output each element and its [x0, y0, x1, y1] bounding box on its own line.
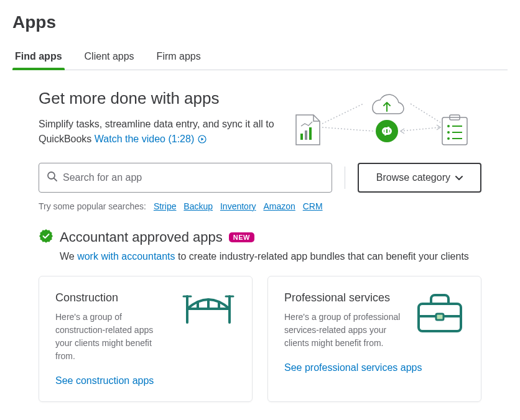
approved-sub-prefix: We [60, 251, 77, 262]
cards-row: Construction Here's a group of construct… [39, 276, 481, 402]
popular-link-backup[interactable]: Backup [183, 201, 213, 211]
approved-section: Accountant approved apps NEW We work wit… [39, 229, 481, 262]
search-box[interactable] [39, 163, 332, 193]
svg-line-14 [401, 127, 439, 131]
tab-firm-apps[interactable]: Firm apps [154, 47, 203, 70]
caret-down-icon [455, 172, 463, 183]
popular-link-amazon[interactable]: Amazon [263, 201, 295, 211]
card-title: Construction [55, 291, 172, 304]
tabs: Find apps Client apps Firm apps [12, 47, 508, 70]
popular-link-stripe[interactable]: Stripe [154, 201, 177, 211]
popular-searches-label: Try some popular searches: [39, 201, 146, 211]
page-title: Apps [12, 12, 508, 32]
svg-line-15 [322, 104, 363, 124]
hero: Get more done with apps Simplify tasks, … [39, 89, 481, 148]
hero-title: Get more done with apps [39, 89, 276, 108]
svg-rect-3 [309, 127, 312, 140]
checkmark-seal-icon [39, 229, 53, 246]
card-desc: Here's a group of construction-related a… [55, 311, 172, 363]
tab-find-apps[interactable]: Find apps [12, 47, 65, 70]
popular-link-crm[interactable]: CRM [303, 201, 323, 211]
svg-point-6 [447, 125, 450, 127]
browse-category-label: Browse category [376, 172, 450, 183]
svg-line-16 [411, 104, 440, 122]
briefcase-icon [415, 291, 465, 337]
popular-link-inventory[interactable]: Inventory [220, 201, 256, 211]
play-icon [198, 135, 207, 144]
approved-subtitle: We work with accountants to create indus… [60, 251, 481, 262]
divider [345, 167, 345, 189]
browse-category-button[interactable]: Browse category [358, 163, 481, 193]
svg-rect-1 [300, 134, 303, 140]
card-desc: Here's a group of professional services-… [284, 311, 406, 350]
hero-subtitle: Simplify tasks, streamline data entry, a… [39, 117, 276, 147]
svg-point-8 [447, 131, 450, 134]
see-professional-services-apps-link[interactable]: See professional services apps [284, 362, 465, 373]
svg-point-12 [376, 120, 398, 142]
svg-rect-2 [305, 130, 307, 140]
bridge-icon [181, 291, 236, 331]
see-construction-apps-link[interactable]: See construction apps [55, 375, 236, 386]
popular-searches: Try some popular searches: Stripe Backup… [39, 201, 481, 211]
work-with-accountants-link[interactable]: work with accountants [77, 251, 175, 262]
watch-video-label: Watch the video (1:28) [95, 132, 194, 147]
hero-graphic [295, 89, 481, 148]
svg-rect-24 [436, 314, 443, 320]
card-construction: Construction Here's a group of construct… [39, 276, 253, 402]
search-input[interactable] [63, 172, 324, 183]
watch-video-link[interactable]: Watch the video (1:28) [95, 132, 207, 147]
approved-title: Accountant approved apps [60, 229, 223, 245]
card-title: Professional services [284, 291, 406, 304]
svg-line-13 [322, 127, 373, 131]
tab-client-apps[interactable]: Client apps [82, 47, 137, 70]
svg-line-18 [54, 178, 57, 181]
card-professional-services: Professional services Here's a group of … [267, 276, 481, 402]
approved-sub-suffix: to create industry-related app bundles t… [175, 251, 469, 262]
svg-rect-4 [442, 117, 467, 145]
search-row: Browse category [39, 163, 481, 193]
search-icon [47, 171, 58, 185]
svg-point-10 [447, 137, 450, 140]
new-badge: NEW [229, 232, 254, 242]
